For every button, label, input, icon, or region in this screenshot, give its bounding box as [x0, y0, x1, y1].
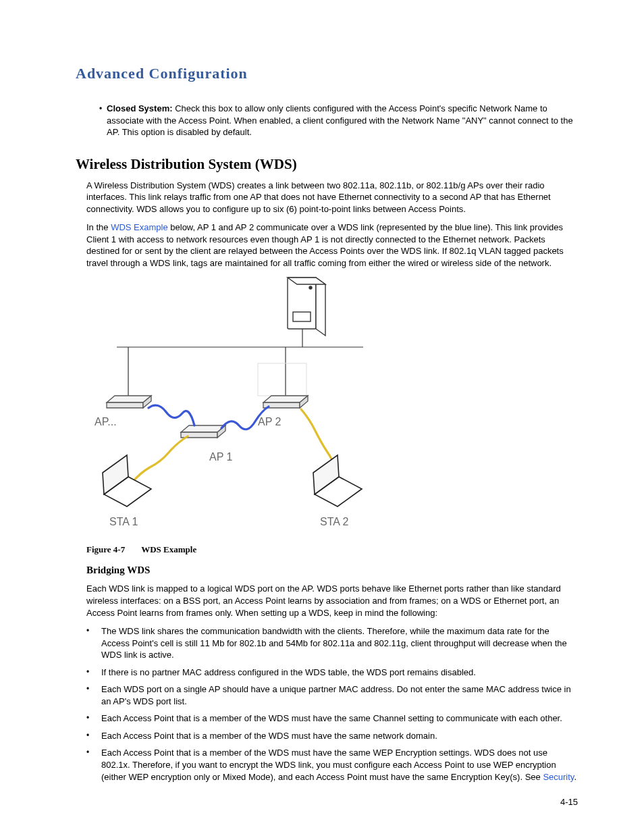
diagram-label-sta2: STA 2 [320, 516, 348, 528]
closed-system-body: Check this box to allow only clients con… [107, 103, 573, 137]
list-item: •The WDS link shares the communication b… [86, 625, 578, 661]
list-text: The WDS link shares the communication ba… [101, 625, 578, 661]
list-text-b: . [574, 772, 576, 782]
figure-caption-label: Figure 4-7 [86, 544, 125, 554]
figure-caption: Figure 4-7WDS Example [86, 544, 578, 555]
bullet-icon: • [86, 683, 101, 707]
diagram-label-sta1: STA 1 [109, 516, 138, 528]
list-text: Each WDS port on a single AP should have… [101, 683, 578, 707]
list-item: •Each WDS port on a single AP should hav… [86, 683, 578, 707]
list-item: • Each Access Point that is a member of … [86, 747, 578, 783]
closed-system-bullet: • Closed System: Check this box to allow… [95, 103, 578, 138]
page-title: Advanced Configuration [76, 65, 578, 82]
wds-para-1: A Wireless Distribution System (WDS) cre… [86, 180, 578, 215]
list-text: Each Access Point that is a member of th… [101, 747, 578, 783]
wds-diagram-svg [86, 276, 370, 538]
list-text: Each Access Point that is a member of th… [101, 730, 437, 742]
wds-heading: Wireless Distribution System (WDS) [76, 156, 578, 173]
list-item: •Each Access Point that is a member of t… [86, 712, 578, 725]
bullet-icon: • [86, 667, 101, 679]
diagram-label-ap1: AP 1 [209, 451, 232, 463]
diagram-label-ap2: AP 2 [258, 416, 281, 428]
document-page: Advanced Configuration • Closed System: … [0, 0, 644, 834]
list-text: Each Access Point that is a member of th… [101, 712, 562, 725]
bridging-heading: Bridging WDS [86, 565, 578, 576]
wds-figure: AP... AP 1 AP 2 STA 1 STA 2 [86, 276, 578, 540]
wds-para-2: In the WDS Example below, AP 1 and AP 2 … [86, 221, 578, 269]
bullet-icon: • [86, 625, 101, 661]
list-item: •If there is no partner MAC address conf… [86, 667, 578, 679]
page-number: 4-15 [560, 797, 578, 807]
closed-system-label: Closed System: [107, 103, 173, 113]
bullet-icon: • [86, 730, 101, 742]
svg-point-2 [309, 286, 312, 289]
bullet-icon: • [86, 712, 101, 725]
svg-rect-1 [293, 312, 311, 321]
bridging-intro: Each WDS link is mapped to a logical WDS… [86, 583, 578, 619]
bullet-icon: • [86, 747, 101, 783]
closed-system-text: Closed System: Check this box to allow o… [107, 103, 578, 138]
figure-caption-title: WDS Example [141, 544, 196, 554]
wds-example-link[interactable]: WDS Example [111, 222, 168, 232]
list-text: If there is no partner MAC address confi… [101, 667, 476, 679]
wds-p2-a: In the [86, 222, 111, 232]
list-text-a: Each Access Point that is a member of th… [101, 748, 556, 781]
list-item: •Each Access Point that is a member of t… [86, 730, 578, 742]
diagram-label-ap-ellipsis: AP... [95, 416, 117, 428]
svg-rect-7 [258, 363, 306, 396]
security-link[interactable]: Security [543, 772, 574, 782]
bridging-list: •The WDS link shares the communication b… [86, 625, 578, 783]
bullet-icon: • [95, 103, 107, 138]
